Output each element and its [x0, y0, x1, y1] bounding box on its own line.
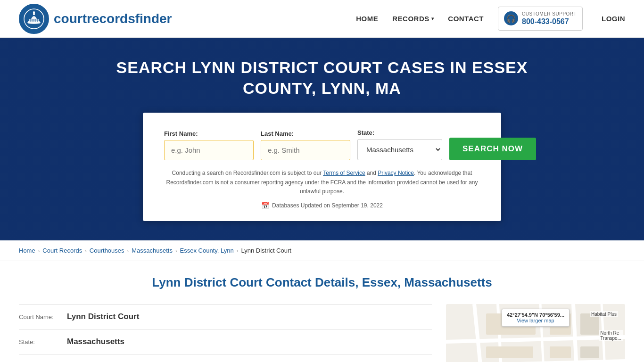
map-placeholder: 42°27'54.9"N 70°56'59... View larger map… [446, 304, 625, 362]
breadcrumb: Home › Court Records › Courthouses › Mas… [0, 240, 644, 261]
calendar-icon: 📅 [261, 202, 269, 209]
svg-rect-10 [37, 19, 38, 22]
map-coords-box: 42°27'54.9"N 70°56'59... View larger map [502, 309, 570, 327]
terms-link[interactable]: Terms of Service [323, 170, 365, 176]
nav-login[interactable]: LOGIN [602, 15, 625, 23]
headset-icon: 🎧 [504, 11, 518, 25]
breadcrumb-massachusetts[interactable]: Massachusetts [132, 247, 173, 254]
court-name-row: Court Name: Lynn District Court [19, 304, 432, 329]
state-label: State: [357, 129, 442, 136]
disclaimer-text: Conducting a search on Recordsfinder.com… [164, 169, 480, 196]
main-nav: HOME RECORDS ▾ CONTACT 🎧 CUSTOMER SUPPOR… [356, 7, 625, 31]
svg-rect-8 [33, 19, 34, 22]
breadcrumb-sep-1: › [38, 248, 40, 254]
hero-title: SEARCH LYNN DISTRICT COURT CASES IN ESSE… [110, 57, 534, 99]
breadcrumb-sep-2: › [85, 248, 87, 254]
last-name-label: Last Name: [261, 130, 350, 137]
first-name-group: First Name: [164, 130, 254, 160]
breadcrumb-sep-5: › [237, 248, 239, 254]
court-name-label: Court Name: [19, 313, 61, 321]
breadcrumb-current: Lynn District Court [241, 247, 291, 254]
detail-map-row: Court Name: Lynn District Court State: M… [19, 304, 625, 362]
state-row: State: Massachusetts [19, 329, 432, 354]
logo-icon [19, 4, 49, 34]
court-name-value: Lynn District Court [67, 312, 139, 321]
header: courtrecordsfinder HOME RECORDS ▾ CONTAC… [0, 0, 644, 38]
main-content: Lynn District Court Contact Details, Ess… [0, 261, 644, 362]
breadcrumb-home[interactable]: Home [19, 247, 35, 254]
svg-rect-22 [507, 346, 533, 358]
state-group: State: AlabamaAlaskaArizonaArkansasCalif… [357, 129, 442, 160]
breadcrumb-court-records[interactable]: Court Records [42, 247, 82, 254]
nav-home[interactable]: HOME [356, 15, 378, 23]
logo-text: courtrecordsfinder [54, 11, 172, 26]
nav-records[interactable]: RECORDS ▾ [392, 15, 434, 23]
search-button[interactable]: SEARCH NOW [449, 138, 536, 160]
hero-section: SEARCH LYNN DISTRICT COURT CASES IN ESSE… [0, 38, 644, 240]
map-label-habitat: Habitat Plus [590, 311, 618, 317]
state-row-label: State: [19, 338, 61, 346]
svg-rect-24 [550, 346, 571, 358]
breadcrumb-sep-4: › [175, 248, 177, 254]
section-title: Lynn District Court Contact Details, Ess… [19, 275, 625, 290]
chevron-down-icon: ▾ [431, 16, 434, 21]
detail-table: Court Name: Lynn District Court State: M… [19, 304, 432, 362]
nav-contact[interactable]: CONTACT [448, 15, 484, 23]
privacy-link[interactable]: Privacy Notice [378, 170, 414, 176]
last-name-input[interactable] [261, 140, 350, 160]
search-fields: First Name: Last Name: State: AlabamaAla… [164, 129, 480, 160]
last-name-group: Last Name: [261, 130, 350, 160]
breadcrumb-sep-3: › [127, 248, 129, 254]
map-label-north: North ReTranspo... [599, 330, 623, 341]
state-select[interactable]: AlabamaAlaskaArizonaArkansasCaliforniaCo… [357, 139, 442, 160]
state-row-value: Massachusetts [67, 337, 124, 346]
svg-point-5 [33, 11, 35, 13]
svg-rect-9 [35, 19, 36, 22]
support-box[interactable]: 🎧 CUSTOMER SUPPORT 800-433-0567 [498, 7, 583, 31]
svg-rect-26 [580, 346, 599, 358]
db-updated: 📅 Databases Updated on September 19, 202… [164, 202, 480, 209]
map-area[interactable]: 42°27'54.9"N 70°56'59... View larger map… [446, 304, 625, 362]
support-text: CUSTOMER SUPPORT 800-433-0567 [522, 11, 577, 27]
breadcrumb-courthouses[interactable]: Courthouses [90, 247, 124, 254]
logo[interactable]: courtrecordsfinder [19, 4, 172, 34]
breadcrumb-essex-county[interactable]: Essex County, Lynn [180, 247, 234, 254]
view-larger-map-link[interactable]: View larger map [507, 318, 564, 323]
search-card: First Name: Last Name: State: AlabamaAla… [143, 113, 501, 221]
first-name-input[interactable] [164, 140, 254, 160]
svg-rect-6 [30, 19, 31, 22]
first-name-label: First Name: [164, 130, 254, 137]
svg-rect-7 [32, 19, 33, 22]
